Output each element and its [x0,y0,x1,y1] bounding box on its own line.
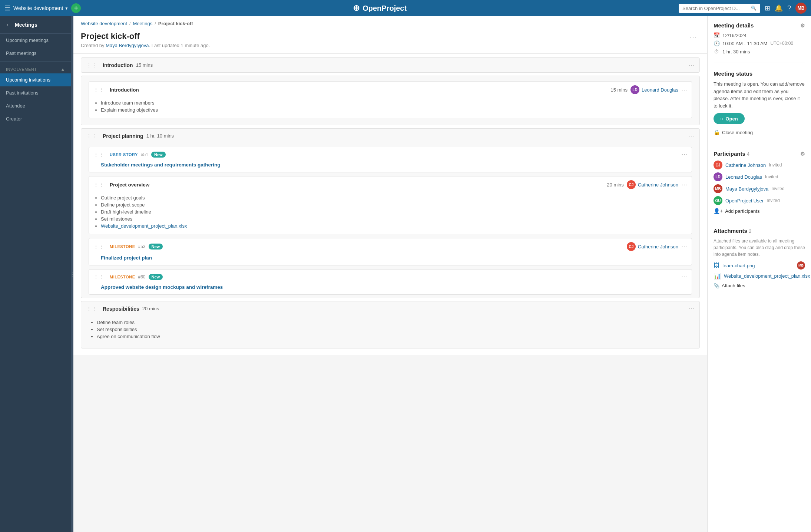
participant-name-ld[interactable]: Leonard Douglas [725,174,762,180]
attach-files-button[interactable]: 📎 Attach files [714,283,805,288]
overview-menu[interactable]: ⋯ [681,181,687,188]
attachment-count: 2 [749,228,751,234]
drag-handle-icon[interactable]: ⋮⋮ [93,274,104,280]
sidebar-item-upcoming-meetings[interactable]: Upcoming meetings [0,34,71,47]
list-item: Draft high-level timeline [101,208,687,215]
grid-icon[interactable]: ⊞ [765,4,770,12]
page-header: Project kick-off Created by Maya Berdygy… [73,29,707,54]
agenda-item-overview-header: ⋮⋮ Project overview 20 mins CJ Catherine… [89,176,692,193]
search-box[interactable]: 🔍 [679,4,760,13]
logo-text: OpenProject [363,4,407,13]
agenda-item-menu[interactable]: ⋯ [681,86,687,93]
agenda-item-right-53: CJ Catherine Johnson ⋯ [627,242,687,251]
participants-gear-icon[interactable]: ⚙ [800,151,805,157]
milestone53-link[interactable]: Finalized project plan [101,255,152,261]
chevron-up-icon: ▲ [61,67,65,72]
drag-handle-icon[interactable]: ⋮⋮ [86,133,97,139]
topbar-left: ☰ Website development ▼ + [4,3,81,13]
list-item: Website_development_project_plan.xlsx [101,222,687,229]
sidebar-back[interactable]: ← Meetings [0,16,71,34]
breadcrumb: Website development / Meetings / Project… [73,16,707,29]
milestone60-link[interactable]: Approved website design mockups and wire… [101,284,223,290]
milestone-id: #53 [138,244,145,249]
attach-icon: 📎 [714,283,719,288]
sidebar-item-creator[interactable]: Creator [0,112,71,125]
avatar-participant-mb: MB [714,184,722,193]
work-item-menu[interactable]: ⋯ [681,151,687,158]
agenda-item-userstory-51: ⋮⋮ USER STORY #51 New ⋯ Stakeholder meet… [89,147,692,172]
project-name[interactable]: Website development ▼ [13,5,68,11]
add-participants-button[interactable]: 👤+ Add participants [714,208,805,214]
participant-row-ld: LD Leonard Douglas Invited [714,172,805,181]
agenda-section-resp-menu[interactable]: ⋯ [688,305,694,312]
drag-handle-icon[interactable]: ⋮⋮ [86,306,97,312]
page-title: Project kick-off [81,32,210,41]
work-item-id: #51 [141,152,148,157]
new-badge-53: New [149,244,163,250]
sidebar-item-attendee[interactable]: Attendee [0,99,71,112]
sidebar-item-past-invitations[interactable]: Past invitations [0,86,71,99]
attachment-link[interactable]: Website_development_project_plan.xlsx [101,223,187,229]
agenda-item-left: ⋮⋮ USER STORY #51 New [93,152,681,158]
participant-name-mb[interactable]: Maya Berdygylyjova [725,186,768,192]
sidebar-involvement-section[interactable]: INVOLVEMENT ▲ [0,63,71,73]
list-item: Outline project goals [101,194,687,201]
creator-link[interactable]: Maya Berdygylyjova [106,43,149,48]
list-item: Set responsibilities [97,326,691,333]
drag-handle-icon[interactable]: ⋮⋮ [93,152,104,158]
hamburger-icon[interactable]: ☰ [4,4,10,12]
agenda-item-left-60: ⋮⋮ MILESTONE #60 New [93,274,681,280]
milestone60-menu[interactable]: ⋯ [681,273,687,280]
participants-section: Participants 4 ⚙ CJ Catherine Johnson In… [714,151,805,220]
page-subtitle: Created by Maya Berdygylyjova. Last upda… [81,43,210,48]
close-meeting-button[interactable]: 🔒 Close meeting [714,128,753,137]
participant-name-cj[interactable]: Catherine Johnson [725,162,766,168]
avatar[interactable]: MB [795,3,807,14]
search-input[interactable] [682,6,749,11]
drag-handle-icon[interactable]: ⋮⋮ [93,87,104,93]
drag-handle-icon[interactable]: ⋮⋮ [86,62,97,68]
sidebar: ← Meetings Upcoming meetings Past meetin… [0,16,71,532]
breadcrumb-section[interactable]: Meetings [133,21,152,26]
drag-handle-icon[interactable]: ⋮⋮ [93,182,104,188]
details-gear-icon[interactable]: ⚙ [800,23,805,29]
work-item-link[interactable]: Stakeholder meetings and requirements ga… [101,162,221,168]
assignee-cj-link[interactable]: Catherine Johnson [638,182,678,188]
agenda-section-resp-title: Resposibilities 20 mins [103,306,159,312]
agenda-section-planning-menu[interactable]: ⋯ [688,132,694,139]
attachments-title: Attachments 2 [714,228,805,234]
bell-icon[interactable]: 🔔 [775,4,783,12]
avatar-participant-ld: LD [714,172,722,181]
add-button[interactable]: + [71,3,81,13]
search-icon: 🔍 [751,6,757,11]
breadcrumb-project[interactable]: Website development [81,21,127,26]
attachment-link-2[interactable]: Website_development_project_plan.xlsx [724,273,810,279]
open-icon: ○ [720,116,723,122]
duration-icon: ⏱ [714,49,719,54]
assignee-link[interactable]: Leonard Douglas [642,87,678,93]
participants-count: 4 [747,151,749,157]
breadcrumb-current: Project kick-off [158,21,193,26]
participant-name-ou[interactable]: OpenProject User [725,198,764,204]
milestone53-menu[interactable]: ⋯ [681,243,687,250]
open-meeting-button[interactable]: ○ Open [714,113,745,124]
breadcrumb-sep-1: / [129,21,131,26]
sidebar-item-upcoming-invitations[interactable]: Upcoming invitations [0,73,71,86]
detail-date-row: 📅 12/16/2024 [714,32,805,38]
agenda-item-overview-body: Outline project goals Define project sco… [89,193,692,234]
list-item: Introduce team members [101,99,687,106]
help-icon[interactable]: ? [787,4,791,12]
assignee-cj2-link[interactable]: Catherine Johnson [638,244,678,250]
new-badge: New [151,152,166,158]
agenda-item-milestone-53: ⋮⋮ MILESTONE #53 New CJ Catherine Joh [89,238,692,265]
agenda-item-milestone60-header: ⋮⋮ MILESTONE #60 New ⋯ [89,270,692,284]
attachment-row-1: 🖼 team-chart.png MB [714,261,805,270]
content-area: Website development / Meetings / Project… [73,16,811,532]
participant-row-cj: CJ Catherine Johnson Invited [714,161,805,169]
agenda-section-menu[interactable]: ⋯ [688,62,694,69]
drag-handle-icon[interactable]: ⋮⋮ [93,244,104,250]
sidebar-item-past-meetings[interactable]: Past meetings [0,47,71,60]
attachment-link-1[interactable]: team-chart.png [722,263,755,268]
page-menu-icon[interactable]: ⋯ [686,32,700,43]
excel-file-icon: 📊 [714,272,721,280]
